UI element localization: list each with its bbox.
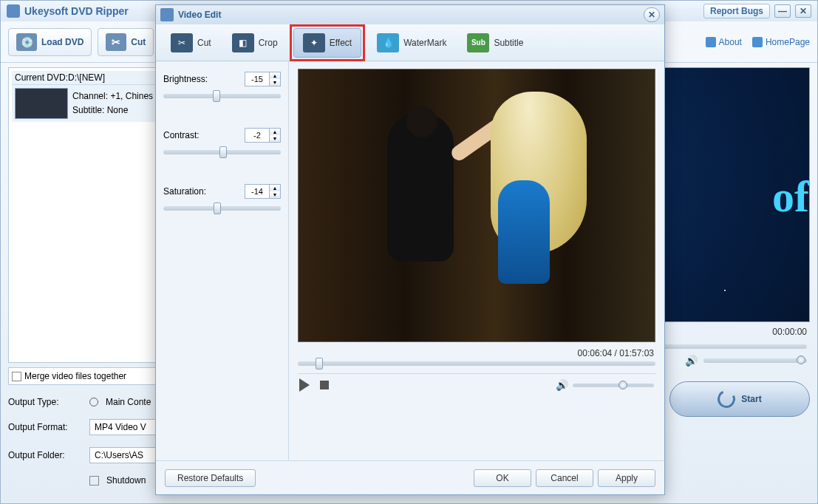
saturation-slider-thumb[interactable]: [214, 202, 221, 214]
saturation-spin-down[interactable]: ▼: [270, 191, 280, 198]
video-figure-torso: [498, 180, 550, 284]
brand-logo-fragment: oft: [772, 171, 810, 222]
brightness-slider[interactable]: [163, 94, 281, 98]
merge-checkbox[interactable]: [12, 372, 21, 381]
minimize-button[interactable]: —: [774, 4, 791, 18]
stop-button[interactable]: [320, 381, 329, 389]
header-links: About HomePage: [706, 37, 810, 47]
saturation-input[interactable]: [245, 187, 269, 196]
load-dvd-label: Load DVD: [41, 37, 83, 47]
star-decoration: [724, 290, 726, 291]
video-frame-scene: [299, 69, 655, 341]
refresh-icon: [715, 388, 738, 411]
homepage-link[interactable]: HomePage: [752, 37, 810, 47]
dialog-volume-thumb[interactable]: [618, 381, 627, 389]
apply-button[interactable]: Apply: [598, 469, 655, 487]
dialog-preview-panel: 00:06:04 / 01:57:03 🔊: [289, 61, 664, 460]
cut-label: Cut: [131, 37, 146, 47]
tab-cut[interactable]: ✂ Cut: [162, 29, 220, 57]
video-figure-2: [468, 92, 587, 336]
dvd-plus-icon: 💿: [16, 33, 37, 51]
brightness-spin-down[interactable]: ▼: [270, 79, 280, 86]
playback-seek-thumb[interactable]: [316, 358, 323, 370]
dvd-thumbnail: [15, 88, 68, 119]
film-scissors-icon: ✂: [171, 33, 193, 52]
shutdown-checkbox[interactable]: [89, 476, 99, 486]
about-icon: [706, 37, 716, 47]
volume-icon: 🔊: [685, 355, 698, 367]
output-format-label: Output Format:: [8, 422, 82, 432]
contrast-slider[interactable]: [163, 150, 281, 154]
dialog-footer: Restore Defaults OK Cancel Apply: [156, 460, 664, 494]
tab-effect[interactable]: ✦ Effect: [293, 28, 361, 58]
restore-defaults-button[interactable]: Restore Defaults: [165, 469, 256, 487]
output-type-radio[interactable]: [89, 398, 98, 406]
brightness-group: Brightness: ▲▼: [163, 72, 281, 98]
merge-label: Merge video files together: [24, 371, 126, 381]
subtitle-icon: Sub: [467, 33, 489, 52]
brightness-spinner[interactable]: ▲▼: [245, 72, 281, 86]
contrast-label: Contrast:: [163, 130, 200, 140]
dialog-title: Video Edit: [178, 10, 221, 20]
output-type-value: Main Conte: [106, 397, 151, 407]
saturation-spinner[interactable]: ▲▼: [245, 184, 281, 199]
start-label: Start: [741, 394, 761, 404]
droplet-icon: 💧: [377, 33, 399, 52]
tab-watermark[interactable]: 💧 WaterMark: [368, 29, 455, 57]
saturation-group: Saturation: ▲▼: [163, 184, 281, 211]
output-type-label: Output Type:: [8, 397, 82, 407]
contrast-group: Contrast: ▲▼: [163, 128, 281, 154]
video-figure-1: [387, 114, 454, 262]
volume-icon: 🔊: [556, 379, 568, 391]
effect-controls-panel: Brightness: ▲▼ Contrast: ▲▼: [156, 61, 289, 460]
tab-subtitle[interactable]: Sub Subtitle: [458, 29, 532, 57]
contrast-slider-thumb[interactable]: [219, 146, 227, 158]
contrast-spin-up[interactable]: ▲: [270, 129, 280, 135]
brightness-slider-thumb[interactable]: [213, 90, 220, 102]
close-button[interactable]: ✕: [795, 4, 811, 18]
brightness-label: Brightness:: [163, 74, 208, 84]
crop-icon: ◧: [232, 33, 254, 52]
ok-button[interactable]: OK: [474, 469, 531, 487]
saturation-slider[interactable]: [163, 206, 281, 211]
playback-seek-slider[interactable]: [298, 361, 655, 366]
dialog-tabs: ✂ Cut ◧ Crop ✦ Effect 💧 WaterMark Sub Su…: [156, 24, 664, 61]
saturation-label: Saturation:: [163, 186, 206, 197]
app-icon: [7, 4, 20, 18]
preview-volume-slider[interactable]: [703, 358, 807, 363]
dvd-meta: Channel: +1, Chines Subtitle: None: [72, 89, 153, 118]
cancel-button[interactable]: Cancel: [536, 469, 593, 487]
video-edit-dialog: Video Edit ✕ ✂ Cut ◧ Crop ✦ Effect 💧 Wat…: [155, 4, 665, 495]
brightness-spin-up[interactable]: ▲: [270, 72, 280, 79]
output-folder-label: Output Folder:: [8, 450, 82, 460]
playback-controls: 🔊: [298, 373, 655, 396]
about-link[interactable]: About: [706, 37, 742, 47]
dialog-volume-slider[interactable]: [573, 384, 654, 387]
effect-stars-icon: ✦: [303, 33, 325, 52]
contrast-spinner[interactable]: ▲▼: [245, 128, 281, 143]
effect-tab-highlight: ✦ Effect: [290, 24, 365, 61]
play-button[interactable]: [299, 378, 310, 392]
tab-crop[interactable]: ◧ Crop: [223, 29, 287, 57]
dialog-close-button[interactable]: ✕: [644, 7, 660, 22]
video-preview: [298, 69, 655, 342]
playback-time: 00:06:04 / 01:57:03: [298, 342, 655, 361]
cut-button[interactable]: ✂ Cut: [98, 28, 154, 56]
saturation-spin-up[interactable]: ▲: [270, 185, 280, 191]
contrast-input[interactable]: [245, 131, 269, 140]
preview-volume-thumb[interactable]: [797, 355, 805, 364]
start-button[interactable]: Start: [669, 381, 810, 417]
contrast-spin-down[interactable]: ▼: [270, 135, 280, 142]
film-cut-icon: ✂: [106, 33, 126, 51]
home-icon: [752, 37, 763, 47]
load-dvd-button[interactable]: 💿 Load DVD: [8, 28, 92, 56]
dialog-icon: [160, 8, 174, 21]
dialog-titlebar: Video Edit ✕: [156, 5, 664, 24]
brightness-input[interactable]: [245, 75, 269, 84]
report-bugs-button[interactable]: Report Bugs: [703, 4, 770, 18]
shutdown-label: Shutdown: [106, 475, 146, 486]
